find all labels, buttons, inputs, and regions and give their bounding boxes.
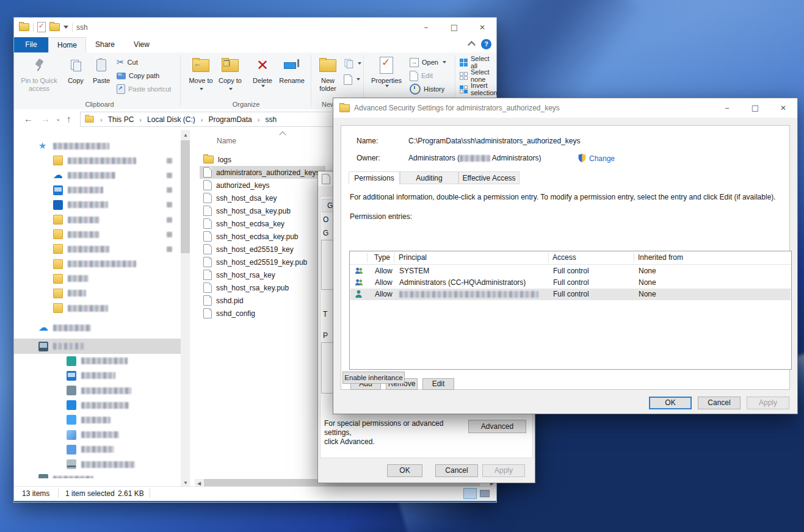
edit-button[interactable]: Edit [410,70,433,82]
tab-auditing[interactable]: Auditing [400,171,458,184]
cut-button[interactable]: ✂Cut [117,56,138,68]
advanced-button[interactable]: Advanced [468,420,526,433]
maximize-button[interactable] [741,98,769,117]
sidebar-item[interactable] [14,286,181,301]
invert-selection-button[interactable]: Invert selection [460,83,497,95]
minimize-button[interactable] [713,98,741,117]
explorer-titlebar[interactable]: ssh [14,18,496,37]
back-icon[interactable]: ← [24,113,33,124]
tab-effective-access[interactable]: Effective Access [458,171,520,184]
file-row[interactable]: authorized_keys [200,179,325,192]
tab-home[interactable]: Home [48,37,86,52]
file-row[interactable]: ssh_host_dsa_key [200,192,325,204]
sidebar-item-selected[interactable] [14,339,181,353]
select-none-button[interactable]: Select none [460,70,496,82]
help-icon[interactable]: ? [481,39,491,49]
sidebar-item[interactable] [14,212,181,227]
breadcrumb-local-disk[interactable]: Local Disk (C:) [147,115,195,124]
paste-button[interactable]: Paste [89,55,114,85]
collapse-ribbon-icon[interactable] [468,41,476,49]
file-row[interactable]: ssh_host_ed25519_key.pub [200,256,325,268]
sidebar-item[interactable] [14,472,181,478]
sidebar-item[interactable] [14,412,181,427]
sidebar-item[interactable] [14,242,181,256]
copy-button[interactable]: Copy [63,55,89,85]
properties-shortcut-icon[interactable] [37,22,46,32]
sidebar-item[interactable] [14,138,181,153]
close-button[interactable] [468,18,496,36]
easy-access-button[interactable] [344,57,361,70]
file-row[interactable]: ssh_host_ecdsa_key [200,217,325,230]
permission-row[interactable]: Allow SYSTEM Full control None [350,265,791,277]
breadcrumb-ssh[interactable]: ssh [265,115,277,124]
header-type[interactable]: Type [374,253,390,262]
sidebar-item[interactable] [14,428,181,442]
breadcrumb-this-pc[interactable]: This PC [108,115,134,124]
scroll-down-icon[interactable]: ▼ [183,480,188,486]
file-row[interactable]: ssh_host_rsa_key.pub [200,281,325,294]
permission-row-selected[interactable]: Allow Full control None [350,289,791,300]
recent-locations-chevron-icon[interactable]: ⌄ [56,115,60,122]
new-folder-button[interactable]: New folder [314,55,341,93]
header-inherited-from[interactable]: Inherited from [638,253,683,262]
file-row[interactable]: ssh_host_ed25519_key [200,243,325,256]
sidebar-item[interactable] [14,398,181,412]
sidebar-scrollbar[interactable]: ▲ ▼ [181,130,190,488]
select-all-button[interactable]: Select all [460,56,496,68]
sidebar-item[interactable] [14,271,181,286]
sidebar-item[interactable] [14,301,181,315]
header-principal[interactable]: Principal [399,253,427,262]
enable-inheritance-button[interactable]: Enable inheritance [342,372,405,384]
up-icon[interactable]: ↑ [67,113,71,124]
sidebar-item[interactable] [14,442,181,457]
file-row[interactable]: ssh_host_rsa_key [200,268,325,281]
dialog-titlebar[interactable]: Advanced Security Settings for administr… [333,98,797,118]
sidebar-item[interactable] [14,457,181,472]
permission-entries-table[interactable]: Type Principal Access Inherited from All… [349,251,792,370]
cancel-button[interactable]: Cancel [435,464,478,477]
column-header-name[interactable]: Name [217,137,236,145]
apply-button[interactable]: Apply [482,464,525,477]
move-to-button[interactable]: ← Move to [186,55,215,93]
pin-to-quick-access-button[interactable]: Pin to Quick access [20,55,58,93]
sidebar-item[interactable] [14,383,181,398]
history-button[interactable]: History [410,83,444,95]
permission-row[interactable]: Allow Administrators (CC-HQ\Administrato… [350,277,791,289]
sidebar-item[interactable] [14,257,181,271]
open-button[interactable]: Open [410,56,446,68]
file-row[interactable]: logs [200,153,325,166]
file-row[interactable]: sshd.pid [200,294,325,307]
forward-icon[interactable]: → [41,113,50,124]
file-row[interactable]: ssh_host_ecdsa_key.pub [200,230,325,243]
sidebar-item[interactable] [14,183,181,198]
sidebar-item[interactable] [14,198,181,212]
details-view-button[interactable] [463,488,477,499]
thumbnail-view-button[interactable] [478,488,491,499]
new-folder-shortcut-icon[interactable] [49,23,60,31]
sidebar-item[interactable] [14,168,181,182]
scroll-up-icon[interactable]: ▲ [183,132,188,138]
sidebar-item[interactable] [14,368,181,383]
tab-permissions[interactable]: Permissions [349,171,400,185]
copy-path-button[interactable]: Copy path [117,70,159,82]
scroll-left-icon[interactable]: ◀ [197,481,201,486]
paste-shortcut-button[interactable]: Paste shortcut [117,83,171,95]
sort-ascending-icon[interactable] [279,131,286,138]
close-button[interactable] [769,98,797,117]
cancel-button[interactable]: Cancel [698,397,741,409]
tab-view[interactable]: View [124,37,159,52]
header-access[interactable]: Access [552,253,576,262]
delete-button[interactable]: ✕ Delete [248,55,277,87]
ok-button[interactable]: OK [649,397,692,409]
minimize-button[interactable] [412,18,440,36]
copy-to-button[interactable]: ❐ Copy to [215,55,245,93]
properties-button[interactable]: Properties [368,55,405,87]
file-row[interactable]: ssh_host_dsa_key.pub [200,204,325,217]
edit-button[interactable]: Edit [422,378,454,390]
file-row-selected[interactable]: administrators_authorized_keys [200,166,325,179]
sidebar-item[interactable] [14,354,181,368]
tab-file[interactable]: File [14,37,48,52]
rename-button[interactable]: Rename [277,55,307,85]
sidebar-item[interactable] [14,153,181,168]
breadcrumb-programdata[interactable]: ProgramData [208,115,252,124]
